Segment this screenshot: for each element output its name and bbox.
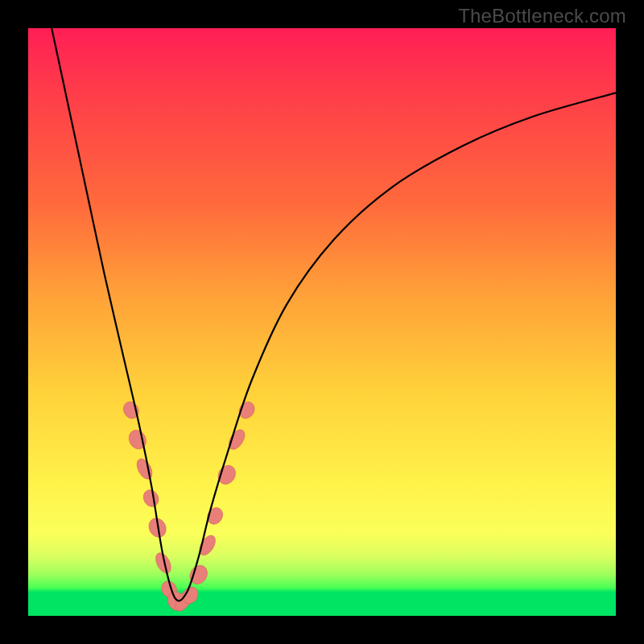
marker-blob <box>134 456 155 481</box>
marker-blob <box>196 533 219 558</box>
marker-blob <box>215 462 239 488</box>
plot-area <box>28 28 616 616</box>
marker-blob <box>164 588 188 613</box>
marker-blob <box>141 487 162 510</box>
marker-blobs-group <box>121 399 258 614</box>
bottleneck-curve <box>52 28 616 601</box>
marker-blob <box>204 505 226 527</box>
marker-blob <box>172 588 195 613</box>
marker-blob <box>146 515 170 540</box>
marker-blob <box>225 427 248 452</box>
marker-blob <box>180 584 201 607</box>
curve-layer <box>28 28 616 616</box>
watermark-text: TheBottleneck.com <box>458 5 626 27</box>
marker-blob <box>236 399 258 422</box>
marker-blob <box>159 578 180 601</box>
marker-blob <box>121 399 142 422</box>
marker-blob <box>153 551 175 576</box>
marker-blob <box>187 562 211 588</box>
marker-blob <box>126 427 150 452</box>
chart-stage: TheBottleneck.com <box>0 0 644 644</box>
